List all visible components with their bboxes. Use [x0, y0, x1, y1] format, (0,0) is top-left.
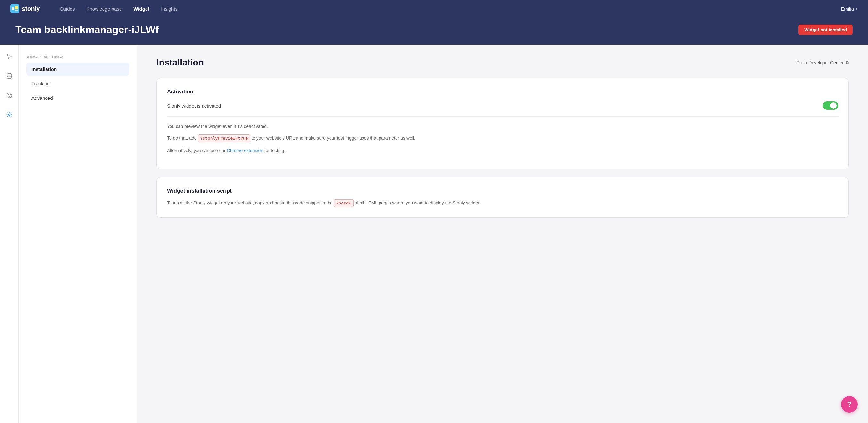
svg-point-7 — [10, 94, 10, 95]
main-content: Installation Go to Developer Center ⧉ Ac… — [137, 45, 868, 423]
external-link-icon: ⧉ — [845, 60, 849, 65]
preview-code-badge: ?stonlyPreview=true — [198, 135, 250, 142]
sidebar-item-tracking[interactable]: Tracking — [26, 77, 129, 90]
svg-point-6 — [8, 94, 8, 95]
page-title: Team backlinkmanager-iJLWf — [16, 24, 159, 36]
sidebar: WIDGET SETTINGS Installation Tracking Ad… — [19, 45, 137, 423]
activation-card-title: Activation — [167, 89, 838, 95]
dev-center-link[interactable]: Go to Developer Center ⧉ — [796, 60, 849, 65]
preview-text-2: To do that, add ?stonlyPreview=true to y… — [167, 135, 838, 142]
svg-rect-1 — [11, 7, 14, 10]
nav-insights[interactable]: Insights — [156, 4, 182, 13]
nav-guides[interactable]: Guides — [55, 4, 80, 13]
dev-center-label: Go to Developer Center — [796, 60, 844, 65]
activation-toggle[interactable] — [823, 102, 838, 110]
chrome-extension-link[interactable]: Chrome extension — [227, 148, 264, 153]
svg-point-8 — [9, 96, 9, 96]
nav-chevron-icon: ▾ — [856, 7, 858, 11]
body-layout: WIDGET SETTINGS Installation Tracking Ad… — [0, 45, 868, 423]
script-card-title: Widget installation script — [167, 188, 838, 194]
nav-user-menu[interactable]: Emilia ▾ — [841, 6, 858, 11]
gear-icon[interactable] — [3, 109, 15, 120]
icon-rail — [0, 45, 19, 423]
cursor-icon[interactable] — [3, 51, 15, 63]
content-header: Installation Go to Developer Center ⧉ — [156, 57, 849, 68]
activation-card: Activation Stonly widget is activated Yo… — [156, 78, 849, 169]
help-button[interactable]: ? — [841, 396, 858, 413]
database-icon[interactable] — [3, 70, 15, 82]
sidebar-section-label: WIDGET SETTINGS — [26, 55, 129, 59]
sidebar-item-advanced[interactable]: Advanced — [26, 91, 129, 105]
logo-text: stonly — [22, 5, 40, 12]
stonly-logo-icon — [10, 4, 19, 13]
nav-knowledge-base[interactable]: Knowledge base — [82, 4, 126, 13]
widget-status-badge: Widget not installed — [799, 25, 852, 35]
toggle-track — [823, 102, 838, 110]
page-header: Team backlinkmanager-iJLWf Widget not in… — [0, 17, 868, 45]
logo[interactable]: stonly — [10, 4, 40, 13]
toggle-thumb — [830, 103, 837, 109]
preview-text-1: You can preview the widget even if it's … — [167, 123, 838, 130]
script-desc: To install the Stonly widget on your web… — [167, 199, 838, 207]
script-card: Widget installation script To install th… — [156, 177, 849, 218]
top-nav: stonly Guides Knowledge base Widget Insi… — [0, 0, 868, 17]
svg-rect-2 — [15, 6, 18, 9]
preview-text-3: Alternatively, you can use our Chrome ex… — [167, 147, 838, 154]
svg-point-4 — [7, 74, 11, 76]
content-title: Installation — [156, 57, 204, 68]
sidebar-item-installation[interactable]: Installation — [26, 63, 129, 76]
svg-point-9 — [8, 114, 10, 116]
nav-links: Guides Knowledge base Widget Insights — [55, 4, 831, 13]
svg-rect-3 — [15, 10, 18, 11]
head-code-badge: <head> — [334, 199, 353, 207]
nav-widget[interactable]: Widget — [129, 4, 154, 13]
svg-point-5 — [7, 93, 11, 98]
nav-user-name: Emilia — [841, 6, 854, 11]
palette-icon[interactable] — [3, 89, 15, 101]
activation-row: Stonly widget is activated — [167, 102, 838, 116]
activation-label: Stonly widget is activated — [167, 103, 221, 109]
